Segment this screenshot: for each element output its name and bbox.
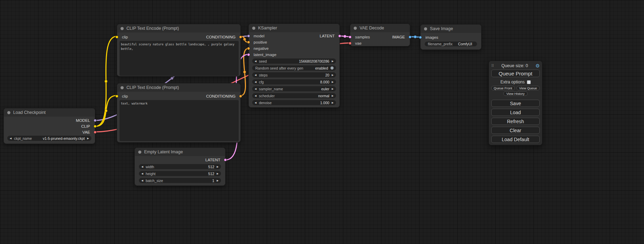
decrement-arrow-icon[interactable]: ◀ [255, 74, 256, 76]
node-clip-text-encode-positive[interactable]: CLIP Text Encode (Prompt) clip CONDITION… [117, 24, 241, 76]
node-save-image[interactable]: Save Image images filename_prefix ComfyU… [420, 24, 482, 50]
output-slot-vae[interactable] [94, 130, 97, 134]
increment-arrow-icon[interactable]: ▶ [332, 94, 334, 97]
collapse-dot[interactable] [138, 151, 141, 154]
widget-width[interactable]: ◀ width 512 ▶ [139, 164, 221, 169]
wire-midpoint-dot [105, 80, 107, 83]
node-titlebar[interactable]: Load Checkpoint [4, 108, 95, 117]
positive-prompt-textarea[interactable]: beautiful scenery nature glass bottle la… [120, 41, 239, 76]
extra-options-label: Extra options [500, 80, 524, 84]
node-titlebar[interactable]: CLIP Text Encode (Prompt) [117, 83, 240, 92]
input-label-samples: samples [355, 35, 370, 39]
refresh-button[interactable]: Refresh [491, 118, 540, 125]
decrement-arrow-icon[interactable]: ◀ [255, 88, 256, 90]
output-slot-latent[interactable] [338, 35, 341, 38]
widget-batch-size[interactable]: ◀ batch_size 1 ▶ [139, 178, 221, 183]
decrement-arrow-icon[interactable]: ◀ [141, 172, 143, 175]
increment-arrow-icon[interactable]: ▶ [332, 101, 334, 104]
queue-front-button[interactable]: Queue Front [491, 86, 515, 90]
view-history-button[interactable]: View History [503, 91, 528, 96]
increment-arrow-icon[interactable]: ▶ [332, 74, 334, 76]
input-slot-positive[interactable] [247, 41, 250, 44]
extra-options-checkbox[interactable] [527, 80, 531, 84]
output-slot-clip[interactable] [94, 125, 97, 128]
output-label-model: MODEL [76, 118, 90, 123]
queue-prompt-button[interactable]: Queue Prompt [491, 70, 540, 77]
widget-random-seed-toggle[interactable]: Random seed after every gen enabled [252, 65, 336, 71]
node-graph-canvas[interactable]: Load Checkpoint MODEL CLIP VAE ◀ ckpt_na… [0, 0, 644, 244]
decrement-arrow-icon[interactable]: ◀ [141, 179, 143, 182]
widget-seed[interactable]: ◀ seed 156680208700286 ▶ [252, 58, 336, 64]
widget-name: scheduler [259, 94, 275, 98]
output-label-image: IMAGE [392, 35, 405, 39]
decrement-arrow-icon[interactable]: ◀ [255, 81, 256, 83]
view-queue-button[interactable]: View Queue [517, 86, 540, 90]
input-slot-latent-image[interactable] [247, 53, 250, 56]
decrement-arrow-icon[interactable]: ◀ [10, 137, 11, 139]
node-empty-latent-image[interactable]: Empty Latent Image LATENT ◀ width 512 ▶ … [134, 147, 226, 186]
input-slot-vae[interactable] [349, 42, 352, 45]
collapse-dot[interactable] [424, 27, 427, 30]
node-vae-decode[interactable]: VAE Decode samples IMAGE vae [350, 24, 410, 46]
input-label-vae: vae [355, 41, 362, 45]
increment-arrow-icon[interactable]: ▶ [217, 179, 219, 182]
widget-filename-prefix[interactable]: filename_prefix ComfyUI [425, 42, 477, 46]
input-slot-images[interactable] [419, 36, 422, 39]
decrement-arrow-icon[interactable]: ◀ [255, 60, 256, 62]
collapse-dot[interactable] [7, 111, 10, 114]
widget-ckpt-name[interactable]: ◀ ckpt_name v1-5-pruned-emaonly.ckpt ▶ [7, 136, 91, 141]
node-titlebar[interactable]: Save Image [421, 25, 481, 33]
decrement-arrow-icon[interactable]: ◀ [141, 165, 143, 168]
input-label-negative: negative [254, 46, 268, 51]
node-clip-text-encode-negative[interactable]: CLIP Text Encode (Prompt) clip CONDITION… [117, 83, 241, 143]
negative-prompt-textarea[interactable]: text, watermark [120, 100, 239, 141]
increment-arrow-icon[interactable]: ▶ [332, 60, 334, 62]
collapse-dot[interactable] [121, 27, 124, 30]
output-slot-latent[interactable] [224, 158, 227, 161]
increment-arrow-icon[interactable]: ▶ [217, 165, 219, 168]
increment-arrow-icon[interactable]: ▶ [87, 137, 89, 139]
increment-arrow-icon[interactable]: ▶ [332, 88, 334, 90]
clear-button[interactable]: Clear [491, 127, 540, 134]
input-slot-samples[interactable] [349, 36, 352, 39]
node-ksampler[interactable]: KSampler model LATENT positive negative … [248, 24, 340, 108]
node-titlebar[interactable]: KSampler [249, 24, 339, 32]
input-slot-negative[interactable] [247, 47, 250, 50]
input-slot-clip[interactable] [115, 94, 118, 98]
collapse-dot[interactable] [121, 86, 124, 89]
widget-steps[interactable]: ◀ steps 20 ▶ [252, 72, 336, 78]
input-slot-clip[interactable] [115, 35, 118, 38]
widget-denoise[interactable]: ◀ denoise 1.000 ▶ [252, 100, 336, 105]
save-button[interactable]: Save [491, 100, 540, 107]
node-titlebar[interactable]: CLIP Text Encode (Prompt) [117, 24, 240, 33]
node-title: Empty Latent Image [144, 150, 183, 154]
load-default-button[interactable]: Load Default [491, 136, 540, 143]
node-load-checkpoint[interactable]: Load Checkpoint MODEL CLIP VAE ◀ ckpt_na… [3, 108, 95, 144]
output-slot-model[interactable] [94, 119, 97, 122]
collapse-dot[interactable] [354, 27, 357, 30]
input-slot-model[interactable] [247, 35, 250, 38]
load-button[interactable]: Load [491, 109, 540, 116]
node-titlebar[interactable]: Empty Latent Image [135, 148, 225, 156]
increment-arrow-icon[interactable]: ▶ [217, 172, 219, 175]
output-slot-image[interactable] [408, 36, 412, 39]
decrement-arrow-icon[interactable]: ◀ [255, 94, 256, 97]
output-slot-conditioning[interactable] [239, 94, 242, 98]
output-slot-conditioning[interactable] [239, 35, 242, 38]
node-title: VAE Decode [360, 26, 384, 30]
widget-sampler-name[interactable]: ◀ sampler_name euler ▶ [252, 86, 336, 91]
queue-panel: ⠿ Queue size: 0 ⚙ Queue Prompt Extra opt… [488, 61, 542, 145]
increment-arrow-icon[interactable]: ▶ [332, 81, 334, 83]
widget-name: steps [259, 73, 267, 77]
widget-scheduler[interactable]: ◀ scheduler normal ▶ [252, 93, 336, 98]
toggle-dot-icon[interactable] [330, 66, 334, 70]
decrement-arrow-icon[interactable]: ◀ [255, 101, 256, 104]
settings-gear-icon[interactable]: ⚙ [535, 63, 540, 68]
collapse-dot[interactable] [252, 27, 255, 30]
widget-name: denoise [259, 101, 272, 105]
drag-handle-icon[interactable]: ⠿ [491, 64, 494, 68]
widget-value: normal [318, 94, 329, 98]
node-titlebar[interactable]: VAE Decode [350, 24, 410, 32]
widget-height[interactable]: ◀ height 512 ▶ [139, 171, 221, 176]
widget-cfg[interactable]: ◀ cfg 8.000 ▶ [252, 79, 336, 84]
